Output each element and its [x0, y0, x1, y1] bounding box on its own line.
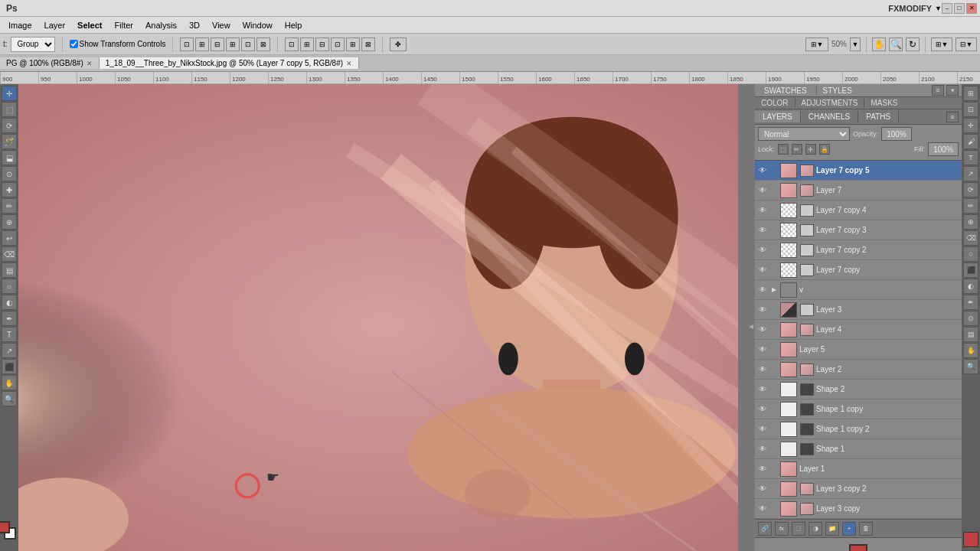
layer-link-icon[interactable]: 🔗 — [758, 522, 772, 536]
view-extras-button[interactable]: ⊞▼ — [805, 37, 828, 51]
add-layer-icon[interactable]: + — [842, 522, 856, 536]
move-tool[interactable]: ✛ — [2, 86, 17, 101]
rt-tool-17[interactable]: ✋ — [963, 343, 978, 358]
zoom-tool-btn[interactable]: 🔍 — [889, 37, 903, 51]
crop-tool[interactable]: ⬓ — [2, 150, 17, 165]
blend-mode-dropdown[interactable]: Normal — [758, 127, 850, 141]
layer-visibility-icon[interactable]: 👁 — [757, 364, 768, 375]
clone-tool[interactable]: ⊕ — [2, 214, 17, 230]
rt-tool-7[interactable]: ⟳ — [963, 182, 978, 197]
tab-1[interactable]: 1_18_09__Three_by_NikxStock.jpg @ 50% (L… — [100, 57, 359, 69]
dodge-tool[interactable]: ◐ — [2, 295, 17, 310]
layer-item[interactable]: 👁▶v — [755, 280, 962, 300]
brush-tool[interactable]: ✏ — [2, 198, 17, 214]
layer-visibility-icon[interactable]: 👁 — [757, 344, 768, 355]
spot-heal-tool[interactable]: ✚ — [2, 182, 17, 197]
layer-item[interactable]: 👁Layer 2 — [755, 360, 962, 380]
color-swatches[interactable] — [0, 521, 21, 547]
layer-item[interactable]: 👁Layer 3 copy — [755, 499, 962, 519]
lock-position-icon[interactable]: ✛ — [805, 144, 816, 155]
foreground-color[interactable] — [849, 544, 867, 552]
vertical-scrollbar[interactable] — [738, 84, 747, 551]
maximize-button[interactable]: □ — [954, 3, 965, 14]
menu-image[interactable]: Image — [3, 19, 38, 31]
rt-tool-8[interactable]: ✏ — [963, 198, 978, 214]
add-adjustment-icon[interactable]: ◑ — [808, 522, 822, 536]
layer-visibility-icon[interactable]: 👁 — [757, 384, 768, 395]
layer-item[interactable]: 👁Shape 1 — [755, 439, 962, 459]
distribute-right[interactable]: ⊟ — [315, 37, 329, 51]
layer-expand-arrow[interactable]: ▶ — [770, 285, 778, 295]
tab-0[interactable]: PG @ 100% (RGB/8#) ✕ — [0, 57, 100, 69]
zoom-dropdown[interactable]: ▼ — [850, 37, 861, 51]
history-tool[interactable]: ↩ — [2, 230, 17, 246]
layer-visibility-icon[interactable]: 👁 — [757, 464, 768, 474]
rt-tool-9[interactable]: ⊕ — [963, 214, 978, 230]
lock-all-icon[interactable]: 🔒 — [819, 144, 830, 155]
layer-visibility-icon[interactable]: 👁 — [757, 185, 768, 196]
layer-item[interactable]: 👁Layer 3 copy 2 — [755, 479, 962, 499]
layer-item[interactable]: 👁Layer 7 copy 5 — [755, 161, 962, 181]
tool-mode-dropdown[interactable]: Group — [11, 37, 55, 52]
swatches-tab[interactable]: SWATCHES — [758, 86, 813, 95]
opacity-input[interactable] — [881, 127, 912, 141]
pen-tool[interactable]: ✒ — [2, 311, 17, 326]
distribute-horizontal[interactable]: ⊞ — [300, 37, 314, 51]
rt-tool-14[interactable]: ✒ — [963, 295, 978, 310]
screen-mode-btn[interactable]: ⊞▼ — [931, 37, 952, 51]
layer-visibility-icon[interactable]: 👁 — [757, 225, 768, 236]
lock-image-icon[interactable]: ✏ — [792, 144, 802, 155]
add-folder-icon[interactable]: 📁 — [825, 522, 839, 536]
delete-layer-icon[interactable]: 🗑 — [859, 522, 873, 536]
layer-item[interactable]: 👁Layer 7 copy — [755, 260, 962, 280]
menu-view[interactable]: View — [207, 19, 236, 31]
hand-tool-btn[interactable]: ✋ — [872, 37, 886, 51]
workspace-dropdown-icon[interactable]: ▼ — [935, 5, 942, 12]
distribute-left[interactable]: ⊡ — [285, 37, 299, 51]
layers-options-icon[interactable]: ≡ — [946, 112, 959, 122]
lasso-tool[interactable]: ⟳ — [2, 118, 17, 133]
rt-tool-1[interactable]: ⊞ — [963, 86, 978, 101]
layer-item[interactable]: 👁Shape 2 — [755, 380, 962, 399]
layer-item[interactable]: 👁Layer 4 — [755, 320, 962, 340]
rt-tool-11[interactable]: ○ — [963, 246, 978, 262]
transform-controls-checkbox[interactable] — [70, 40, 78, 48]
select-tool[interactable]: ⬚ — [2, 102, 17, 117]
menu-analysis[interactable]: Analysis — [140, 19, 182, 31]
align-left-edges[interactable]: ⊡ — [180, 37, 194, 51]
eraser-tool[interactable]: ⌫ — [2, 246, 17, 262]
hand-tool[interactable]: ✋ — [2, 375, 17, 390]
distribute-bottom[interactable]: ⊠ — [361, 37, 375, 51]
channels-tab[interactable]: CHANNELS — [801, 111, 858, 122]
layer-item[interactable]: 👁Layer 3 — [755, 300, 962, 320]
layer-visibility-icon[interactable]: 👁 — [757, 265, 768, 276]
blur-tool[interactable]: ○ — [2, 279, 17, 294]
panel-collapse-top-icon[interactable]: ▾ — [946, 85, 959, 96]
layer-item[interactable]: 👁Layer 1 — [755, 459, 962, 479]
rt-tool-16[interactable]: ▤ — [963, 327, 978, 342]
canvas-area[interactable]: ☛ — [18, 84, 747, 551]
rt-tool-6[interactable]: ↗ — [963, 166, 978, 181]
rotate-view-btn[interactable]: ↻ — [906, 37, 920, 51]
align-top-edges[interactable]: ⊞ — [226, 37, 240, 51]
rt-tool-2[interactable]: ⊡ — [963, 102, 978, 117]
layer-visibility-icon[interactable]: 👁 — [757, 245, 768, 256]
menu-layer[interactable]: Layer — [39, 19, 71, 31]
layers-tab[interactable]: LAYERS — [755, 111, 801, 122]
layer-item[interactable]: 👁Shape 1 copy — [755, 399, 962, 419]
align-bottom-edges[interactable]: ⊠ — [256, 37, 270, 51]
rt-color-swatch[interactable] — [963, 532, 978, 547]
workspace-selector[interactable]: FXMODIFY ▼ — [888, 4, 942, 13]
lock-transparency-icon[interactable]: ⬚ — [778, 144, 789, 155]
layer-visibility-icon[interactable]: 👁 — [757, 484, 768, 494]
transform-controls-label[interactable]: Show Transform Controls — [70, 40, 166, 48]
menu-help[interactable]: Help — [279, 19, 308, 31]
menu-window[interactable]: Window — [237, 19, 278, 31]
layer-visibility-icon[interactable]: 👁 — [757, 165, 768, 176]
layer-item[interactable]: 👁Layer 7 — [755, 181, 962, 201]
layer-item[interactable]: 👁Shape 1 copy 2 — [755, 419, 962, 439]
menu-3d[interactable]: 3D — [184, 19, 205, 31]
color-subtab[interactable]: COLOR — [755, 99, 795, 107]
layer-item[interactable]: 👁Layer 7 copy 2 — [755, 240, 962, 260]
tab-0-close[interactable]: ✕ — [87, 60, 93, 67]
